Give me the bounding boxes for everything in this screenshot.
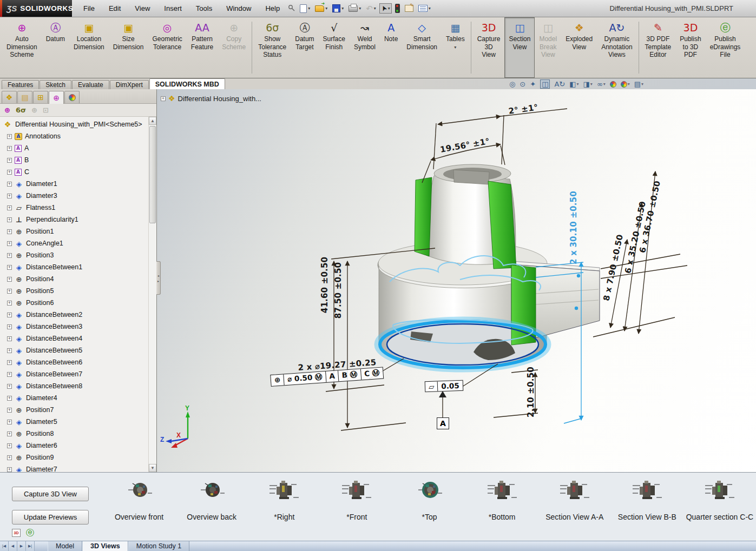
expand-icon[interactable]: +: [7, 384, 12, 389]
expand-icon[interactable]: +: [7, 277, 12, 282]
tree-item-coneangle1[interactable]: +◈ConeAngle1: [2, 237, 148, 249]
publish-3d-pdf-icon[interactable]: 3D: [12, 529, 21, 537]
dropdown-caret-icon[interactable]: ▾: [628, 82, 630, 87]
new-document-button[interactable]: ▾: [298, 3, 312, 15]
expand-icon[interactable]: +: [7, 324, 12, 329]
scroll-up-icon[interactable]: ▲: [149, 117, 156, 125]
location-dimension-button[interactable]: ▣LocationDimension: [69, 17, 109, 78]
expand-icon[interactable]: +: [7, 467, 12, 472]
tree-item-distancebetween3[interactable]: +◈DistanceBetween3: [2, 321, 148, 333]
pin-icon[interactable]: [288, 4, 295, 13]
pattern-feature-button[interactable]: AAPatternFeature: [187, 17, 218, 78]
open-button[interactable]: ▾: [313, 4, 329, 14]
graphics-viewport[interactable]: + ❖ Differential Housing_with...: [157, 89, 756, 472]
tree-item-diameter4[interactable]: +◈Diameter4: [2, 392, 148, 404]
dropdown-caret-icon[interactable]: ▾: [577, 82, 579, 87]
tree-item-distancebetween1[interactable]: +◈DistanceBetween1: [2, 261, 148, 273]
zoom-area-icon[interactable]: ⊙: [520, 80, 525, 88]
tab-features[interactable]: Features: [2, 80, 39, 89]
note-button[interactable]: ANote: [380, 17, 402, 78]
view-preview-image[interactable]: [703, 477, 737, 506]
view-preview-image[interactable]: [485, 477, 519, 506]
expand-icon[interactable]: +: [7, 217, 12, 222]
viewport-breadcrumb[interactable]: + ❖ Differential Housing_with...: [161, 94, 261, 103]
publish-to-3d-pdf-button[interactable]: 3DPublishto 3DPDF: [675, 17, 705, 78]
dimension-annotation[interactable]: 2.10 ±0.50: [526, 367, 536, 417]
tab-sketch[interactable]: Sketch: [40, 80, 71, 89]
view-preview-image[interactable]: [267, 477, 301, 506]
next-tab-button[interactable]: ▶: [17, 541, 26, 551]
save-button[interactable]: ▾: [331, 3, 345, 14]
tree-item-position5[interactable]: +⊕Position5: [2, 285, 148, 297]
publish-edrawings-file-button[interactable]: ⓔPublisheDrawingsFile: [706, 17, 745, 78]
expand-icon[interactable]: +: [7, 301, 12, 306]
expand-icon[interactable]: +: [7, 253, 12, 258]
expand-icon[interactable]: +: [7, 420, 12, 424]
tab-motion-study-1[interactable]: Motion Study 1: [128, 541, 189, 551]
tree-item-position8[interactable]: +⊕Position8: [2, 428, 148, 440]
tree-item-distancebetween5[interactable]: +◈DistanceBetween5: [2, 344, 148, 356]
tree-item-distancebetween8[interactable]: +◈DistanceBetween8: [2, 380, 148, 392]
expand-icon[interactable]: +: [7, 134, 12, 139]
expand-icon[interactable]: +: [7, 241, 12, 246]
menu-help[interactable]: Help: [258, 0, 287, 17]
first-tab-button[interactable]: |◀: [0, 541, 9, 551]
displaymanager-tab[interactable]: [64, 91, 80, 103]
dimension-annotation[interactable]: 2° ±1°: [508, 102, 539, 116]
display-style-icon[interactable]: ◨▾: [583, 80, 593, 88]
menu-view[interactable]: View: [128, 0, 157, 17]
annotation-views-icon[interactable]: A↻: [554, 80, 565, 88]
tree-item-position3[interactable]: +⊕Position3: [2, 249, 148, 261]
tree-item-position6[interactable]: +⊕Position6: [2, 297, 148, 309]
hide-show-items-icon[interactable]: ∞▾: [597, 80, 606, 88]
apply-scene-icon[interactable]: ▾: [621, 81, 630, 88]
file-properties-button[interactable]: [403, 3, 415, 14]
dropdown-caret-icon[interactable]: ▾: [454, 44, 456, 52]
print-dropdown[interactable]: ▾: [359, 6, 361, 11]
tree-item-position4[interactable]: +⊕Position4: [2, 273, 148, 285]
expand-icon[interactable]: +: [7, 455, 12, 460]
view-thumbnail--front[interactable]: *Front: [320, 477, 393, 521]
expand-icon[interactable]: +: [7, 336, 12, 341]
geometric-tolerance-button[interactable]: ◎GeometricTolerance: [148, 17, 186, 78]
expand-icon[interactable]: +: [7, 265, 12, 270]
expand-icon[interactable]: +: [7, 289, 12, 294]
update-previews-button[interactable]: Update Previews: [12, 510, 89, 525]
datum-target-button[interactable]: ⒶDatumTarget: [291, 17, 318, 78]
tree-item-distancebetween6[interactable]: +◈DistanceBetween6: [2, 356, 148, 368]
rebuild-traffic-light-button[interactable]: [393, 2, 402, 15]
tree-item-diameter6[interactable]: +◈Diameter6: [2, 440, 148, 452]
view-preview-image[interactable]: [414, 477, 444, 506]
capture-3d-view-button[interactable]: Capture 3D View: [12, 487, 89, 501]
tree-root-item[interactable]: ❖ Differential Housing_with_PMI<Scheme5>: [2, 118, 148, 130]
expand-icon[interactable]: +: [7, 396, 12, 401]
tree-item-perpendicularity1[interactable]: +⊥Perpendicularity1: [2, 214, 148, 225]
view-settings-icon[interactable]: ▤▾: [634, 80, 643, 88]
new-document-dropdown[interactable]: ▾: [308, 6, 310, 11]
menu-tools[interactable]: Tools: [189, 0, 219, 17]
expand-icon[interactable]: +: [7, 443, 12, 448]
view-preview-image[interactable]: [630, 477, 664, 506]
tree-item-diameter3[interactable]: +◈Diameter3: [2, 190, 148, 202]
smart-dimension-button[interactable]: ◇SmartDimension: [402, 17, 442, 78]
datum-a-tag[interactable]: A: [437, 417, 449, 429]
capture-3d-view-button[interactable]: 3DCapture3DView: [473, 17, 505, 78]
show-tolerance-status-icon[interactable]: 6σ: [16, 106, 26, 114]
tree-item-distancebetween4[interactable]: +◈DistanceBetween4: [2, 333, 148, 344]
expand-icon[interactable]: +: [7, 146, 12, 151]
tree-item-diameter7[interactable]: +◈Diameter7: [2, 463, 148, 472]
view-thumbnail--top[interactable]: *Top: [393, 477, 465, 521]
save-dropdown[interactable]: ▾: [341, 6, 344, 11]
configurationmanager-tab[interactable]: ⊞: [33, 91, 48, 103]
expand-icon[interactable]: +: [7, 372, 12, 377]
tab-evaluate[interactable]: Evaluate: [72, 80, 109, 89]
tree-item-a[interactable]: +AA: [2, 142, 148, 154]
tree-item-position1[interactable]: +⊕Position1: [2, 225, 148, 237]
view-thumbnail-section-view-a-a[interactable]: Section View A-A: [538, 477, 611, 521]
section-view-button[interactable]: ◫SectionView: [504, 17, 535, 78]
expand-icon[interactable]: +: [7, 360, 12, 365]
dimension-annotation[interactable]: 8 x 7.90 ±0.50: [601, 234, 625, 302]
scrollbar-thumb[interactable]: [149, 126, 156, 223]
show-tolerance-status-button[interactable]: 6σShowToleranceStatus: [254, 17, 291, 78]
expand-icon[interactable]: +: [7, 431, 12, 436]
